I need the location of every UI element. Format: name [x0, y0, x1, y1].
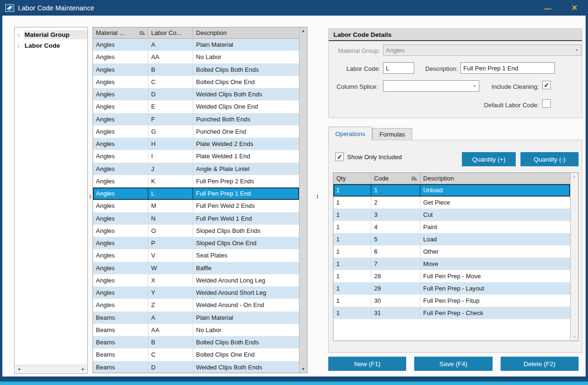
- table-row[interactable]: Angles Y Welded Around Short Leg: [93, 287, 299, 299]
- scroll-up-icon[interactable]: ▲: [301, 29, 305, 33]
- column-header-code[interactable]: Code: [371, 173, 420, 184]
- table-row[interactable]: Angles AA No Labor: [93, 51, 299, 63]
- tree-item-material-group[interactable]: › Material Group: [15, 29, 87, 40]
- cell-description: Sloped Clips Both Ends: [193, 225, 299, 237]
- close-button[interactable]: ✕: [571, 4, 578, 12]
- cell-qty: 1: [333, 270, 371, 282]
- cell-material-group: Beams: [93, 349, 148, 361]
- chevron-right-icon[interactable]: ›: [17, 31, 24, 39]
- quantity-plus-button[interactable]: Quantity (+): [462, 152, 516, 166]
- column-header-qty[interactable]: Qty: [333, 173, 371, 184]
- quantity-minus-button[interactable]: Quantity (-): [520, 152, 579, 166]
- table-row[interactable]: 1 3 Cut: [333, 209, 570, 221]
- table-row[interactable]: 1 1 Unload: [333, 184, 570, 197]
- table-row[interactable]: Angles G Punched One End: [93, 126, 299, 138]
- table-row[interactable]: 1 7 Move: [333, 258, 570, 270]
- cell-code: 5: [371, 233, 420, 246]
- cell-description: Full Pen Prep - Layout: [420, 282, 570, 295]
- cell-labor-code: I: [148, 150, 193, 163]
- table-row[interactable]: 1 29 Full Pen Prep - Layout: [333, 282, 570, 295]
- minimize-button[interactable]: —: [544, 5, 552, 13]
- cell-labor-code: B: [148, 336, 193, 349]
- cell-material-group: Angles: [93, 138, 148, 150]
- cell-labor-code: AA: [148, 324, 193, 336]
- table-row[interactable]: Angles X Welded Around Long Leg: [93, 274, 299, 287]
- include-cleaning-label: Include Cleaning:: [485, 83, 539, 90]
- operations-table-vertical-scrollbar[interactable]: ▲ ▼: [570, 173, 578, 341]
- sort-ascending-icon: [140, 31, 145, 35]
- include-cleaning-checkbox[interactable]: ✓: [542, 81, 551, 89]
- table-row[interactable]: Angles O Sloped Clips Both Ends: [93, 225, 299, 237]
- column-header-material[interactable]: Material ...: [93, 27, 148, 38]
- labor-code-input[interactable]: L: [383, 62, 414, 74]
- table-row[interactable]: Beams B Bolted Clips Both Ends: [93, 336, 299, 349]
- table-row[interactable]: Angles K Full Pen Prep 2 Ends: [93, 175, 299, 188]
- table-row[interactable]: Angles E Welded Clips One End: [93, 101, 299, 113]
- scroll-down-icon[interactable]: ▼: [572, 335, 576, 339]
- cell-code: 2: [371, 197, 420, 209]
- column-header-labor-code[interactable]: Labor Co...: [148, 27, 193, 38]
- table-row[interactable]: Angles I Plate Welded 1 End: [93, 150, 299, 163]
- cell-material-group: Angles: [93, 113, 148, 126]
- cell-qty: 1: [333, 221, 371, 233]
- table-row[interactable]: 1 6 Other: [333, 246, 570, 258]
- scroll-right-icon[interactable]: ►: [81, 367, 85, 371]
- table-row[interactable]: Angles D Welded Clips Both Ends: [93, 88, 299, 101]
- table-row[interactable]: Beams D Welded Clips Both Ends: [93, 361, 299, 373]
- scroll-left-icon[interactable]: ◄: [17, 367, 21, 371]
- table-row[interactable]: Angles J Angle & Plate Lintel: [93, 163, 299, 175]
- table-row[interactable]: Angles F Punched Both Ends: [93, 113, 299, 126]
- table-row[interactable]: 1 2 Get Piece: [333, 197, 570, 209]
- splitter-handle-right[interactable]: ⁝: [315, 189, 320, 203]
- cell-labor-code: G: [148, 126, 193, 138]
- table-row[interactable]: Beams AA No Labor: [93, 324, 299, 336]
- table-row[interactable]: Beams C Bolted Clips One End: [93, 349, 299, 361]
- table-row[interactable]: Angles W Baffle: [93, 262, 299, 274]
- tab-formulas[interactable]: Formulas: [372, 128, 412, 140]
- column-splice-combobox[interactable]: ▼: [383, 80, 479, 92]
- tree-horizontal-scrollbar[interactable]: ◄ ►: [15, 365, 87, 373]
- labor-table-vertical-scrollbar[interactable]: ▲ ▼: [299, 27, 307, 373]
- table-row[interactable]: Angles M Full Pen Weld 2 Ends: [93, 200, 299, 212]
- table-row[interactable]: 1 30 Full Pen Prep - Fitup: [333, 295, 570, 307]
- cell-code: 3: [371, 209, 420, 221]
- show-only-included-checkbox[interactable]: ✓ Show Only Included: [335, 153, 402, 161]
- cell-description: Bolted Clips One End: [193, 76, 299, 88]
- table-row[interactable]: Angles V Seat Plates: [93, 249, 299, 262]
- description-input[interactable]: Full Pen Prep 1 End: [460, 62, 555, 74]
- tree-item-labor-code[interactable]: › Labor Code: [15, 40, 87, 51]
- chevron-right-icon[interactable]: ›: [17, 42, 24, 50]
- table-row[interactable]: Angles A Plain Material: [93, 39, 299, 51]
- table-row[interactable]: Angles P Sloped Clips One End: [93, 237, 299, 249]
- table-row[interactable]: 1 28 Full Pen Prep - Move: [333, 270, 570, 282]
- save-button[interactable]: Save (F4): [414, 357, 492, 371]
- table-row[interactable]: Angles B Bolted Clips Both Ends: [93, 64, 299, 76]
- cell-code: 4: [371, 221, 420, 233]
- table-row[interactable]: Beams A Plain Material: [93, 312, 299, 324]
- table-row[interactable]: Angles N Full Pen Weld 1 End: [93, 213, 299, 225]
- scroll-down-icon[interactable]: ▼: [301, 367, 305, 371]
- cell-description: Unload: [420, 184, 570, 197]
- column-header-description[interactable]: Description: [193, 27, 299, 38]
- dropdown-arrow-icon[interactable]: ▼: [473, 84, 477, 88]
- tab-operations[interactable]: Operations: [328, 127, 372, 140]
- default-labor-code-checkbox[interactable]: [542, 99, 551, 108]
- table-row[interactable]: Angles H Plate Welded 2 Ends: [93, 138, 299, 150]
- scroll-up-icon[interactable]: ▲: [572, 174, 576, 179]
- table-row[interactable]: 1 31 Full Pen Prep - Check: [333, 307, 570, 319]
- column-header-description[interactable]: Description: [420, 173, 570, 184]
- table-row[interactable]: 1 4 Paint: [333, 221, 570, 233]
- table-row[interactable]: Angles L Full Pen Prep 1 End: [93, 188, 299, 200]
- operations-table-body: 1 1 Unload 1 2 Get Piece 1 3 Cut 1 4 Pai…: [333, 184, 570, 341]
- delete-button[interactable]: Delete (F2): [501, 357, 579, 371]
- new-button[interactable]: New (F1): [328, 357, 406, 371]
- cell-description: Welded Around - On End: [193, 299, 299, 311]
- table-row[interactable]: Angles Z Welded Around - On End: [93, 299, 299, 311]
- cell-description: Bolted Clips Both Ends: [193, 64, 299, 76]
- table-row[interactable]: Angles C Bolted Clips One End: [93, 76, 299, 88]
- cell-qty: 1: [333, 307, 371, 319]
- check-icon: ✓: [335, 153, 344, 161]
- table-row[interactable]: 1 5 Load: [333, 233, 570, 246]
- splitter-handle-left[interactable]: ⁝: [88, 189, 93, 203]
- cell-description: No Labor: [193, 324, 299, 336]
